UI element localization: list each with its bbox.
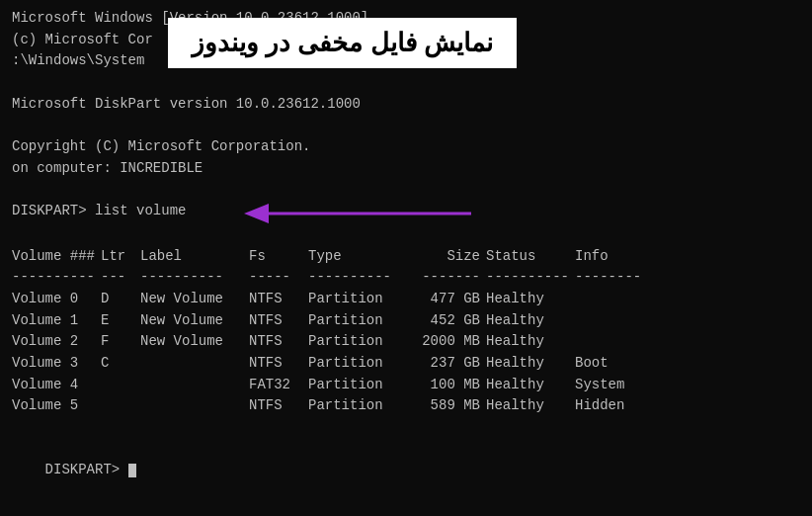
blank5	[12, 417, 800, 439]
table-row: Volume 0 D New Volume NTFS Partition 477…	[12, 289, 800, 310]
sep-ltr: ---	[101, 267, 140, 289]
terminal-window: Microsoft Windows [Version 10.0.23612.10…	[0, 0, 812, 516]
cell-size: 2000 MB	[407, 331, 486, 353]
cell-label: New Volume	[140, 331, 249, 353]
header-type: Type	[308, 246, 407, 268]
cell-size: 100 MB	[407, 375, 486, 396]
cell-info: Boot	[575, 353, 654, 375]
table-separator-row: ---------- --- ---------- ----- --------…	[12, 267, 800, 289]
sep-status: ----------	[486, 267, 575, 289]
cell-fs: NTFS	[249, 310, 308, 332]
cell-info	[575, 331, 654, 353]
final-prompt-line: DISKPART>	[12, 439, 800, 503]
cell-type: Partition	[308, 395, 407, 417]
cell-vol: Volume 5	[12, 395, 101, 417]
cell-type: Partition	[308, 375, 407, 396]
cell-size: 452 GB	[407, 310, 486, 332]
cell-status: Healthy	[486, 289, 575, 310]
table-row: Volume 4 FAT32 Partition 100 MB Healthy …	[12, 375, 800, 396]
command-line-wrapper: DISKPART> list volume	[12, 201, 800, 222]
sep-type: ----------	[308, 267, 407, 289]
cell-status: Healthy	[486, 331, 575, 353]
cell-label	[140, 353, 249, 375]
arrow-icon	[204, 199, 491, 228]
table-header-row: Volume ### Ltr Label Fs Type Size Status…	[12, 246, 800, 268]
copyright-full-line: Copyright (C) Microsoft Corporation.	[12, 136, 800, 158]
cell-ltr: F	[101, 331, 140, 353]
cell-label: New Volume	[140, 310, 249, 332]
banner-text: نمایش فایل مخفی در ویندوز	[192, 28, 493, 58]
table-row: Volume 3 C NTFS Partition 237 GB Healthy…	[12, 353, 800, 375]
final-prompt-text: DISKPART>	[45, 462, 128, 477]
cell-info	[575, 310, 654, 332]
cell-type: Partition	[308, 310, 407, 332]
sep-label: ----------	[140, 267, 249, 289]
cell-label	[140, 375, 249, 396]
cell-status: Healthy	[486, 310, 575, 332]
cell-info	[575, 289, 654, 310]
table-row: Volume 5 NTFS Partition 589 MB Healthy H…	[12, 395, 800, 417]
blank2	[12, 115, 800, 136]
cell-label	[140, 395, 249, 417]
cell-fs: NTFS	[249, 289, 308, 310]
cell-ltr: C	[101, 353, 140, 375]
cell-fs: NTFS	[249, 353, 308, 375]
header-info: Info	[575, 246, 654, 268]
svg-marker-1	[244, 204, 269, 223]
banner-box: نمایش فایل مخفی در ویندوز	[168, 18, 517, 68]
cell-size: 237 GB	[407, 353, 486, 375]
cell-vol: Volume 3	[12, 353, 101, 375]
cell-status: Healthy	[486, 395, 575, 417]
cell-status: Healthy	[486, 353, 575, 375]
table-body: Volume 0 D New Volume NTFS Partition 477…	[12, 289, 800, 417]
cell-ltr: E	[101, 310, 140, 332]
table-row: Volume 2 F New Volume NTFS Partition 200…	[12, 331, 800, 353]
sep-size: -------	[407, 267, 486, 289]
header-ltr: Ltr	[101, 246, 140, 268]
cell-vol: Volume 2	[12, 331, 101, 353]
cell-fs: NTFS	[249, 395, 308, 417]
sep-vol: ----------	[12, 267, 101, 289]
computer-line: on computer: INCREDIBLE	[12, 158, 800, 180]
header-label: Label	[140, 246, 249, 268]
cell-info: Hidden	[575, 395, 654, 417]
cursor-blink	[128, 464, 136, 477]
volume-table: Volume ### Ltr Label Fs Type Size Status…	[12, 246, 800, 418]
cell-fs: FAT32	[249, 375, 308, 396]
sep-fs: -----	[249, 267, 308, 289]
cell-type: Partition	[308, 289, 407, 310]
cell-ltr: D	[101, 289, 140, 310]
cell-vol: Volume 0	[12, 289, 101, 310]
blank3	[12, 180, 800, 202]
cell-type: Partition	[308, 331, 407, 353]
header-status: Status	[486, 246, 575, 268]
header-fs: Fs	[249, 246, 308, 268]
header-vol: Volume ###	[12, 246, 101, 268]
cell-status: Healthy	[486, 375, 575, 396]
diskpart-version-line: Microsoft DiskPart version 10.0.23612.10…	[12, 94, 800, 116]
cell-size: 589 MB	[407, 395, 486, 417]
cell-ltr	[101, 375, 140, 396]
cell-size: 477 GB	[407, 289, 486, 310]
cell-vol: Volume 4	[12, 375, 101, 396]
sep-info: --------	[575, 267, 654, 289]
header-size: Size	[407, 246, 486, 268]
cell-fs: NTFS	[249, 331, 308, 353]
cell-type: Partition	[308, 353, 407, 375]
cell-vol: Volume 1	[12, 310, 101, 332]
cell-ltr	[101, 395, 140, 417]
cell-info: System	[575, 375, 654, 396]
blank1	[12, 72, 800, 94]
table-row: Volume 1 E New Volume NTFS Partition 452…	[12, 310, 800, 332]
cell-label: New Volume	[140, 289, 249, 310]
